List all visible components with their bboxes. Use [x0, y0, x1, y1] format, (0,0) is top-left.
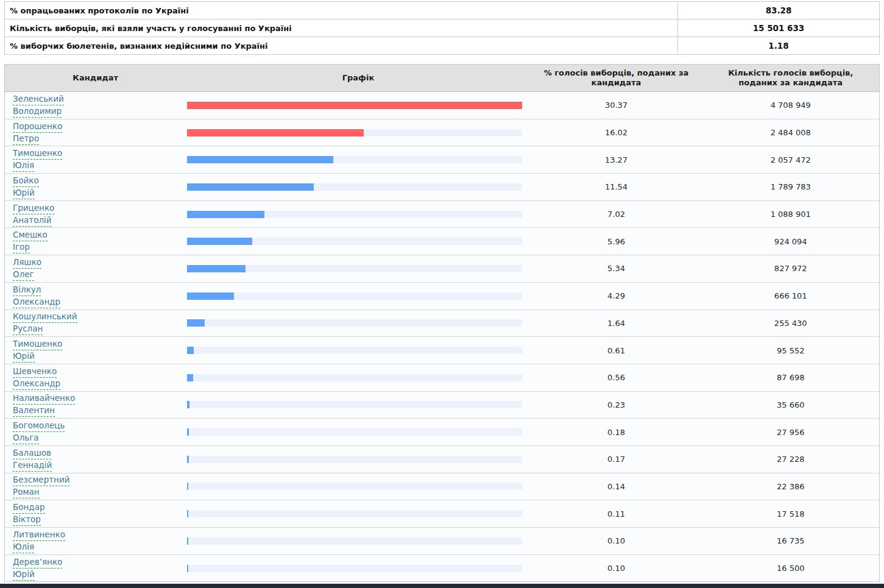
- candidate-link[interactable]: БогомолецьОльга: [13, 420, 65, 444]
- percent-value: 0.10: [531, 528, 702, 555]
- vote-share-bar: [187, 129, 364, 136]
- candidate-link[interactable]: ЛитвиненкоЮлія: [13, 529, 65, 553]
- candidate-surname: Зеленський: [13, 93, 64, 105]
- candidate-surname: Кошулинський: [13, 311, 77, 323]
- percent-value: 1.64: [531, 310, 702, 337]
- chart-cell: [186, 500, 531, 528]
- candidate-given-name: Юрій: [13, 569, 35, 581]
- vote-share-bar: [187, 565, 188, 572]
- candidate-link[interactable]: БезсмертнийРоман: [13, 474, 69, 498]
- candidate-link[interactable]: ЗеленськийВолодимир: [13, 93, 64, 118]
- candidate-surname: Богомолець: [13, 420, 65, 432]
- candidate-surname: Наливайченко: [13, 392, 75, 405]
- candidate-link[interactable]: Дерев’янкоЮрій: [13, 556, 62, 581]
- candidate-surname: Бондар: [13, 501, 45, 514]
- percent-value: 0.61: [531, 337, 702, 364]
- votes-value: 1 088 901: [702, 200, 880, 228]
- percent-value: 0.10: [531, 554, 702, 582]
- chart-cell: [186, 119, 531, 146]
- bar-track: [187, 374, 522, 381]
- candidate-link[interactable]: ЛяшкоОлег: [13, 257, 41, 281]
- candidate-link[interactable]: ТимошенкоЮлія: [13, 147, 62, 172]
- candidate-cell: ЗеленськийВолодимир: [5, 92, 186, 119]
- candidate-cell: ЛитвиненкоЮлія: [5, 528, 186, 555]
- percent-value: 0.14: [531, 473, 702, 500]
- candidate-given-name: Олег: [13, 269, 34, 281]
- candidate-link[interactable]: ГриценкоАнатолій: [13, 202, 54, 227]
- candidate-row: БезсмертнийРоман0.1422 386: [5, 473, 880, 500]
- candidate-surname: Тимошенко: [13, 147, 62, 160]
- votes-value: 22 386: [702, 473, 880, 500]
- vote-share-bar: [187, 537, 188, 545]
- candidate-cell: НаливайченкоВалентин: [5, 391, 186, 419]
- header-votes: Кількість голосів виборців, поданих за к…: [702, 65, 880, 92]
- candidate-link[interactable]: ПорошенкоПетро: [13, 121, 62, 145]
- candidate-given-name: Юрій: [13, 350, 35, 363]
- bar-track: [187, 483, 522, 490]
- candidate-given-name: Анатолій: [13, 214, 52, 227]
- candidate-link[interactable]: ТимошенкоЮрій: [13, 338, 62, 363]
- percent-value: 5.34: [531, 255, 702, 283]
- candidate-row: КошулинськийРуслан1.64255 430: [5, 310, 880, 337]
- candidate-cell: ПорошенкоПетро: [5, 119, 186, 146]
- candidate-link[interactable]: ВілкулОлександр: [13, 284, 60, 308]
- candidate-link[interactable]: БойкоЮрій: [13, 175, 39, 199]
- percent-value: 0.17: [531, 445, 702, 473]
- candidate-cell: ЛяшкоОлег: [5, 255, 186, 283]
- header-chart: Графік: [186, 65, 531, 92]
- vote-share-bar: [187, 102, 522, 109]
- summary-label: % опрацьованих протоколів по Україні: [5, 2, 678, 19]
- candidate-given-name: Юлія: [13, 160, 34, 172]
- summary-label: Кількість виборців, які взяли участь у г…: [5, 19, 678, 37]
- vote-share-bar: [187, 211, 264, 218]
- candidate-surname: Вілкул: [13, 284, 41, 296]
- bar-track: [187, 156, 522, 163]
- candidate-given-name: Юлія: [13, 541, 34, 553]
- votes-value: 16 735: [702, 528, 880, 555]
- percent-value: 0.11: [531, 500, 702, 528]
- candidate-cell: ТимошенкоЮрій: [5, 337, 186, 364]
- bar-track: [187, 456, 522, 463]
- footer-bar: [0, 584, 884, 588]
- candidate-row: БогомолецьОльга0.1827 956: [5, 419, 880, 446]
- votes-value: 2 484 008: [702, 119, 880, 146]
- candidate-row: БалашовГеннадій0.1727 228: [5, 445, 880, 473]
- summary-row: % опрацьованих протоколів по Україні83.2…: [5, 2, 880, 19]
- chart-cell: [186, 228, 531, 255]
- candidate-given-name: Віктор: [13, 514, 41, 526]
- candidate-given-name: Юрій: [13, 187, 35, 199]
- candidate-link[interactable]: СмешкоІгор: [13, 229, 48, 253]
- vote-share-bar: [187, 292, 235, 300]
- bar-track: [187, 347, 522, 354]
- candidate-link[interactable]: НаливайченкоВалентин: [13, 392, 75, 417]
- candidate-link[interactable]: КошулинськийРуслан: [13, 311, 77, 335]
- candidate-cell: БезсмертнийРоман: [5, 473, 186, 500]
- candidate-surname: Гриценко: [13, 202, 54, 214]
- summary-value: 83.28: [678, 2, 880, 19]
- candidate-row: ШевченкоОлександр0.5687 698: [5, 364, 880, 391]
- candidate-surname: Тимошенко: [13, 338, 62, 350]
- candidate-link[interactable]: БондарВіктор: [13, 501, 45, 526]
- bar-track: [187, 401, 522, 408]
- percent-value: 13.27: [531, 146, 702, 174]
- vote-share-bar: [187, 374, 193, 381]
- summary-table: % опрацьованих протоколів по Україні83.2…: [4, 1, 880, 55]
- candidate-row: ТимошенкоЮрій0.6195 552: [5, 337, 880, 364]
- votes-value: 255 430: [702, 310, 880, 337]
- candidate-cell: БалашовГеннадій: [5, 445, 186, 473]
- candidate-cell: БондарВіктор: [5, 500, 186, 528]
- candidate-link[interactable]: ШевченкоОлександр: [13, 366, 60, 390]
- candidate-link[interactable]: БалашовГеннадій: [13, 447, 52, 472]
- percent-value: 11.54: [531, 174, 702, 201]
- vote-share-bar: [187, 238, 253, 245]
- chart-cell: [186, 92, 531, 119]
- chart-cell: [186, 174, 531, 201]
- bar-track: [187, 537, 522, 545]
- candidate-surname: Балашов: [13, 447, 51, 459]
- chart-cell: [186, 337, 531, 364]
- votes-value: 2 057 472: [702, 146, 880, 174]
- vote-share-bar: [187, 156, 333, 163]
- candidate-given-name: Олександр: [13, 296, 60, 308]
- chart-cell: [186, 200, 531, 228]
- votes-value: 827 972: [702, 255, 880, 283]
